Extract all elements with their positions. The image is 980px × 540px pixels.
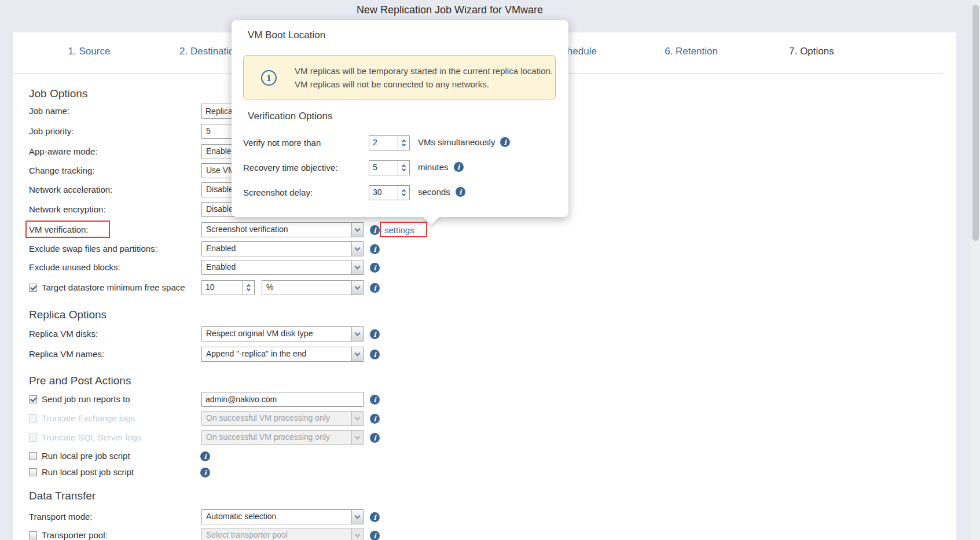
section-pre-post-actions: Pre and Post Actions <box>29 374 131 387</box>
scrollbar-track[interactable] <box>971 0 980 540</box>
unit-label: seconds <box>418 187 450 197</box>
vm-verification-select[interactable]: Screenshot verification <box>201 222 364 237</box>
unit-label: VMs simultaneously <box>418 137 495 147</box>
select-value: Respect original VM disk type <box>202 327 351 341</box>
verify-vms-spinner[interactable]: 2 <box>369 135 410 150</box>
job-name-label: Job name: <box>29 106 69 116</box>
spinner-value: 10 <box>202 281 243 295</box>
info-icon[interactable] <box>370 244 380 254</box>
info-icon[interactable] <box>200 451 210 461</box>
job-priority-label: Job priority: <box>29 126 74 136</box>
page-title: New Replication Job Wizard for VMware <box>0 4 900 16</box>
chevron-down-icon <box>351 347 363 361</box>
notice-box: VM replicas will be temporary started in… <box>243 55 556 100</box>
truncate-sql-label: Truncate SQL Server logs <box>42 432 141 442</box>
select-value: Select transporter pool <box>202 528 351 540</box>
spinner-buttons[interactable] <box>398 136 409 150</box>
info-icon[interactable] <box>370 283 380 293</box>
spinner-buttons[interactable] <box>243 281 254 295</box>
network-acceleration-label: Network acceleration: <box>29 185 112 194</box>
run-post-script-label: Run local post job script <box>42 467 134 477</box>
transporter-pool-checkbox[interactable] <box>29 531 37 539</box>
chevron-down-icon <box>351 242 363 256</box>
popup-pointer <box>423 216 440 225</box>
send-reports-label: Send job run reports to <box>42 394 130 404</box>
info-icon[interactable] <box>500 137 510 147</box>
select-value: Enabled <box>202 260 351 274</box>
target-datastore-spinner[interactable]: 10 <box>201 280 255 295</box>
select-value: Enabled <box>202 242 351 256</box>
replica-vm-disks-select[interactable]: Respect original VM disk type <box>201 326 364 341</box>
notice-text: VM replicas will be temporary started in… <box>295 64 558 91</box>
verify-vms-label: Verify not more than <box>243 138 321 148</box>
tab-retention[interactable]: 6. Retention <box>627 46 755 57</box>
chevron-down-icon <box>351 327 363 341</box>
truncate-exchange-checkbox[interactable] <box>29 414 37 423</box>
info-icon[interactable] <box>370 329 380 339</box>
section-job-options: Job Options <box>29 87 87 100</box>
section-replica-options: Replica Options <box>29 308 107 321</box>
change-tracking-label: Change tracking: <box>29 166 94 175</box>
send-reports-checkbox[interactable] <box>29 395 37 403</box>
scrollbar-thumb[interactable] <box>972 5 979 241</box>
truncate-sql-select: On successful VM processing only <box>201 430 364 445</box>
spinner-value: 30 <box>369 186 398 200</box>
select-value: Automatic selection <box>202 510 351 524</box>
info-icon[interactable] <box>370 395 380 405</box>
run-post-script-checkbox[interactable] <box>29 468 37 476</box>
settings-link[interactable]: settings <box>384 225 414 235</box>
info-icon[interactable] <box>370 263 380 273</box>
replica-vm-names-select[interactable]: Append "-replica" in the end <box>201 347 364 362</box>
transporter-pool-label: Transporter pool: <box>42 530 108 540</box>
tab-source[interactable]: 1. Source <box>25 46 153 57</box>
info-icon[interactable] <box>370 414 380 424</box>
chevron-down-icon <box>351 281 363 295</box>
select-value: Append "-replica" in the end <box>202 347 351 361</box>
truncate-exchange-label: Truncate Exchange logs <box>42 413 135 423</box>
unit-label: minutes <box>418 162 449 172</box>
info-icon[interactable] <box>200 468 210 477</box>
verification-options-title: Verification Options <box>248 111 332 122</box>
truncate-exchange-select: On successful VM processing only <box>201 411 364 426</box>
recovery-time-spinner[interactable]: 5 <box>369 160 410 175</box>
screenshot-delay-spinner[interactable]: 30 <box>369 185 410 200</box>
recovery-time-unit: minutes <box>418 162 464 172</box>
spinner-buttons[interactable] <box>398 161 409 175</box>
run-pre-script-label: Run local pre job script <box>42 451 130 461</box>
chevron-down-icon <box>351 223 363 237</box>
target-datastore-checkbox[interactable] <box>29 284 37 292</box>
target-datastore-unit-select[interactable]: % <box>262 280 364 295</box>
chevron-down-icon <box>351 431 363 445</box>
network-encryption-label: Network encryption: <box>29 204 106 214</box>
replica-vm-names-label: Replica VM names: <box>29 349 104 359</box>
info-icon[interactable] <box>454 162 464 172</box>
info-icon[interactable] <box>370 512 380 522</box>
info-icon[interactable] <box>370 433 380 443</box>
chevron-down-icon <box>351 260 363 274</box>
verify-vms-unit: VMs simultaneously <box>418 137 510 147</box>
run-pre-script-checkbox[interactable] <box>29 452 37 460</box>
wizard-window: New Replication Job Wizard for VMware 1.… <box>0 0 980 540</box>
exclude-unused-select[interactable]: Enabled <box>201 260 364 275</box>
popup-title: VM Boot Location <box>248 30 325 41</box>
spinner-buttons[interactable] <box>398 186 409 200</box>
spinner-value: 5 <box>369 161 398 175</box>
send-reports-input[interactable] <box>201 392 364 407</box>
spinner-value: 2 <box>369 136 398 150</box>
transporter-pool-select: Select transporter pool <box>201 528 364 540</box>
exclude-swap-select[interactable]: Enabled <box>201 241 364 256</box>
transport-mode-select[interactable]: Automatic selection <box>201 509 364 524</box>
info-icon[interactable] <box>456 187 465 197</box>
section-data-transfer: Data Transfer <box>29 490 96 502</box>
info-icon[interactable] <box>370 350 380 359</box>
info-icon[interactable] <box>370 225 380 235</box>
info-icon[interactable] <box>370 531 380 540</box>
select-value: Screenshot verification <box>202 223 351 237</box>
transport-mode-label: Transport mode: <box>29 512 93 521</box>
screenshot-delay-label: Screenshot delay: <box>243 188 313 197</box>
tab-options[interactable]: 7. Options <box>748 46 875 57</box>
info-outline-icon <box>261 70 277 86</box>
recovery-time-label: Recovery time objective: <box>243 163 337 172</box>
select-value: On successful VM processing only <box>202 412 351 425</box>
truncate-sql-checkbox[interactable] <box>29 434 37 442</box>
